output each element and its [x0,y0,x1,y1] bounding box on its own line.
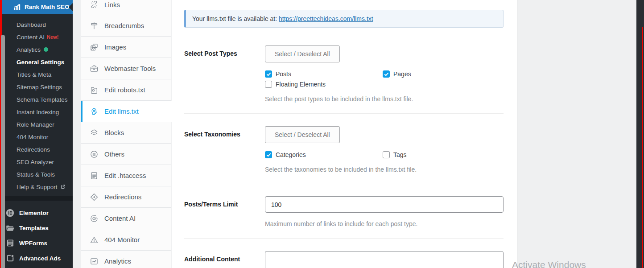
current-menu-arrow [69,3,73,11]
sidebar-item-help-support[interactable]: Help & Support [0,181,73,193]
tab-redirections[interactable]: Redirections [81,186,171,208]
layers-icon [90,128,99,137]
settings-content-pane: Your llms.txt file is available at: http… [172,0,517,268]
tab-others[interactable]: Others [81,144,171,165]
external-link-icon [60,184,66,190]
ads-icon [5,254,15,263]
tab-links[interactable]: Links [81,0,171,15]
folder-icon [5,223,15,233]
section-label: Additional Content [184,251,265,268]
select-deselect-all-post-types-button[interactable]: Select / Deselect All [265,45,340,62]
sidebar-item-advanced-ads[interactable]: Advanced Ads [0,251,73,266]
signpost-icon [90,21,99,30]
settings-tab-list: Links Breadcrumbs Images Webmaster Tools… [81,0,171,268]
scrollbar-thumb[interactable] [1,35,5,268]
checkbox-box[interactable] [265,70,272,78]
robot-folder-icon [90,86,99,95]
chart-icon [90,257,99,266]
section-posts-terms-limit: Posts/Terms Limit Maximum number of link… [184,184,504,239]
wp-admin-sidebar: Rank Math SEO Dashboard Content AI New! … [0,0,73,268]
post-types-checkbox-group: Posts Pages Floating Elements [265,70,504,88]
content-ai-icon [90,214,99,223]
sidebar-header-rank-math[interactable]: Rank Math SEO [0,0,73,14]
elementor-icon [5,208,15,218]
tab-images[interactable]: Images [81,37,171,58]
sidebar-item-content-ai[interactable]: Content AI New! [0,31,73,43]
sidebar-item-dashboard[interactable]: Dashboard [0,18,73,31]
section-select-taxonomies: Select Taxonomies Select / Deselect All … [184,114,504,184]
sidebar-plugins-menu: Elementor Templates WPForms Advanced Ads [0,201,73,266]
section-label: Posts/Terms Limit [184,196,265,227]
warning-triangle-icon [90,235,99,244]
llms-file-notice: Your llms.txt file is available at: http… [184,10,504,28]
tab-analytics[interactable]: Analytics [81,251,171,268]
checkbox-box[interactable] [265,151,272,158]
form-icon [5,239,15,248]
sidebar-header-label: Rank Math SEO [25,4,70,10]
rank-math-settings-screen: Rank Math SEO Dashboard Content AI New! … [0,0,644,268]
tab-blocks[interactable]: Blocks [81,122,171,144]
checkbox-box[interactable] [265,81,272,88]
tab-edit-robots-txt[interactable]: Edit robots.txt [81,79,171,101]
checkbox-categories[interactable]: Categories [265,151,383,158]
checkbox-floating-elements[interactable]: Floating Elements [265,81,383,88]
taxonomies-checkbox-group: Categories Tags [265,151,504,158]
sidebar-item-role-manager[interactable]: Role Manager [0,118,73,131]
section-description: Select the post types to be included in … [265,95,504,103]
rank-math-submenu: Dashboard Content AI New! Analytics Gene… [0,14,73,193]
tab-breadcrumbs[interactable]: Breadcrumbs [81,15,171,37]
ai-head-icon [90,107,99,116]
notice-text: Your llms.txt file is available at: [192,15,277,22]
section-select-post-types: Select Post Types Select / Deselect All … [184,28,504,114]
section-additional-content: Additional Content [184,239,504,268]
checkbox-box[interactable] [383,70,390,78]
document-icon [90,171,99,180]
tab-edit-htaccess[interactable]: Edit .htaccess [81,165,171,186]
images-icon [90,43,99,52]
checkbox-pages[interactable]: Pages [383,70,504,78]
new-badge: New! [47,34,58,40]
sidebar-item-elementor[interactable]: Elementor [0,205,73,220]
checkbox-posts[interactable]: Posts [265,70,383,78]
sidebar-item-seo-analyzer[interactable]: SEO Analyzer [0,156,73,168]
sidebar-item-analytics[interactable]: Analytics [0,43,73,56]
section-description: Maximum number of links to include for e… [265,220,504,227]
additional-content-textarea[interactable] [265,251,504,268]
sidebar-item-templates[interactable]: Templates [0,220,73,235]
diamond-arrow-icon [90,193,99,202]
sidebar-item-instant-indexing[interactable]: Instant Indexing [0,106,73,118]
sidebar-separator [0,196,73,201]
checkbox-box[interactable] [383,151,390,158]
briefcase-icon [90,64,99,73]
tab-404-monitor[interactable]: 404 Monitor [81,229,171,251]
broken-link-icon [90,0,99,9]
section-label: Select Taxonomies [184,126,265,173]
sidebar-item-titles-meta[interactable]: Titles & Meta [0,68,73,81]
circle-list-icon [90,150,99,159]
sidebar-item-status-tools[interactable]: Status & Tools [0,168,73,181]
sidebar-item-schema-templates[interactable]: Schema Templates [0,93,73,106]
tab-edit-llms-txt[interactable]: Edit llms.txt [81,101,172,122]
llms-file-link[interactable]: https://preettechideas.com/llms.txt [279,15,373,22]
status-dot-icon [44,47,48,52]
checkbox-tags[interactable]: Tags [383,151,504,158]
tab-webmaster-tools[interactable]: Webmaster Tools [81,58,171,79]
sidebar-item-sitemap-settings[interactable]: Sitemap Settings [0,81,73,93]
section-description: Select the taxonomies to be included in … [265,166,504,173]
rank-math-logo-icon [13,4,21,10]
select-deselect-all-taxonomies-button[interactable]: Select / Deselect All [265,126,340,143]
section-label: Select Post Types [184,45,265,103]
sidebar-item-404-monitor[interactable]: 404 Monitor [0,131,73,143]
recording-border-right [642,27,643,268]
sidebar-item-wpforms[interactable]: WPForms [0,235,73,251]
sidebar-item-general-settings[interactable]: General Settings [0,56,73,68]
activate-windows-watermark: Activate Windows [512,260,586,268]
tab-content-ai[interactable]: Content AI [81,208,171,229]
sidebar-item-redirections[interactable]: Redirections [0,143,73,156]
posts-terms-limit-input[interactable] [265,196,504,213]
